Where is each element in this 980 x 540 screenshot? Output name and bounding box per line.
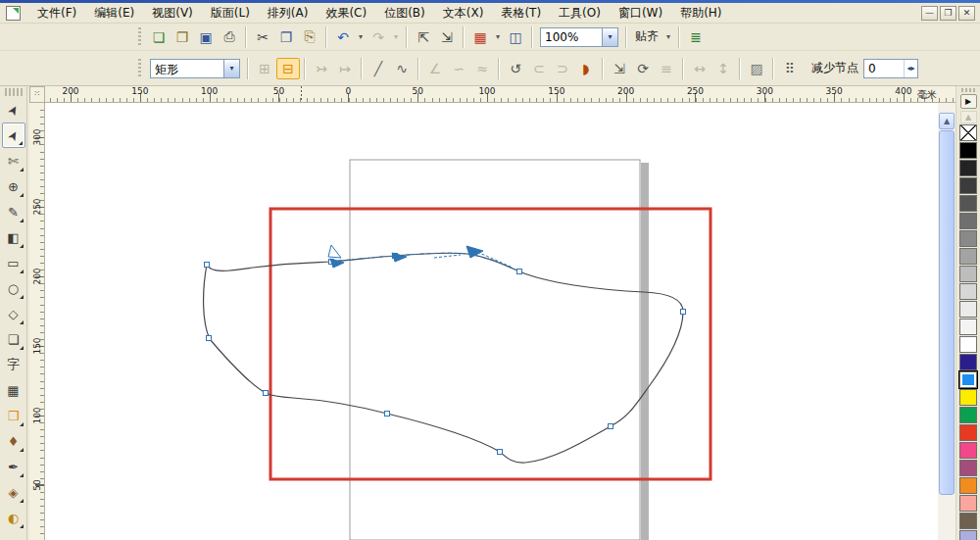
menu-window[interactable]: 窗口(W) — [610, 3, 671, 24]
application-launcher-button[interactable]: ▦ — [468, 26, 492, 48]
tool-crop[interactable]: ✄ — [2, 148, 25, 173]
curve-node-3[interactable] — [517, 270, 522, 274]
palette-swatch-30-black[interactable] — [959, 266, 977, 282]
application-launcher-dropdown[interactable]: ▾ — [492, 26, 504, 48]
ruler-origin-button[interactable] — [29, 86, 45, 103]
reduce-nodes-spinner[interactable]: 0◂▸ — [863, 59, 918, 78]
menu-text[interactable]: 文本(X) — [434, 3, 493, 24]
tool-fill[interactable]: ◈ — [2, 479, 25, 505]
cut-button[interactable]: ✂ — [251, 26, 274, 48]
options-button[interactable]: ≣ — [684, 26, 708, 48]
shape-preset-combo-dropdown[interactable]: ▾ — [223, 60, 239, 77]
close-button[interactable]: ✕ — [958, 6, 975, 21]
convert-to-line-button[interactable]: ╱ — [367, 58, 390, 79]
palette-swatch-red[interactable] — [959, 424, 977, 441]
palette-scroll-up-button[interactable]: ▲ — [960, 111, 977, 123]
toolbox-grip[interactable] — [5, 88, 23, 96]
export-button[interactable]: ⇲ — [435, 26, 459, 48]
toolbar-grip[interactable] — [137, 27, 143, 47]
curve-node-8[interactable] — [264, 391, 269, 396]
menu-table[interactable]: 表格(T) — [492, 3, 550, 24]
tool-eyedropper[interactable]: ♦ — [2, 428, 25, 454]
palette-swatch-pink[interactable] — [959, 495, 977, 512]
drawing-canvas[interactable] — [45, 103, 938, 540]
palette-swatch-black[interactable] — [959, 142, 977, 159]
print-button[interactable]: ⎙ — [218, 26, 241, 48]
palette-swatch-90-black[interactable] — [959, 160, 977, 176]
menu-bitmaps[interactable]: 位图(B) — [375, 3, 434, 24]
scroll-up-button[interactable]: ▲ — [939, 113, 955, 129]
palette-swatch-no-color[interactable] — [959, 124, 977, 141]
menu-file[interactable]: 文件(F) — [28, 3, 85, 24]
undo-button[interactable]: ↶ — [331, 26, 355, 48]
curve-node-9[interactable] — [207, 336, 212, 341]
vertical-ruler[interactable]: 30025020015010050 — [29, 103, 45, 540]
tool-text[interactable]: 字 — [2, 352, 25, 377]
palette-swatch-magenta[interactable] — [959, 442, 977, 459]
palette-swatch-yellow[interactable] — [959, 389, 977, 406]
menu-effects[interactable]: 效果(C) — [317, 3, 375, 24]
close-curve-button[interactable]: ◗ — [574, 58, 598, 79]
palette-swatch-40-black[interactable] — [959, 248, 977, 265]
restore-button[interactable]: ❐ — [940, 6, 956, 21]
tool-pick[interactable]: ➤ — [2, 97, 25, 123]
zoom-level-combo-dropdown[interactable]: ▾ — [602, 28, 617, 46]
scrollbar-thumb[interactable] — [939, 130, 955, 495]
curve-node-5[interactable] — [609, 424, 613, 429]
palette-swatch-5-black[interactable] — [959, 319, 977, 335]
copy-button[interactable]: ❐ — [274, 26, 298, 48]
minimize-button[interactable]: — — [921, 6, 938, 21]
menu-arrange[interactable]: 排列(A) — [259, 3, 318, 24]
menu-view[interactable]: 视图(V) — [143, 3, 202, 24]
convert-to-curve-button[interactable]: ∿ — [390, 58, 414, 79]
open-button[interactable]: ❐ — [171, 26, 194, 48]
tool-polygon[interactable]: ◇ — [2, 301, 25, 326]
tool-basic-shapes[interactable]: ❏ — [2, 326, 25, 352]
snap-to-dropdown[interactable]: ▾ — [662, 26, 674, 48]
tool-interactive-blend[interactable]: ❒ — [2, 403, 25, 428]
tool-freehand[interactable]: ✎ — [2, 199, 25, 224]
palette-swatch-20-black[interactable] — [959, 283, 977, 300]
palette-swatch-50-black[interactable] — [959, 230, 977, 247]
palette-grip[interactable] — [961, 88, 975, 92]
palette-swatch-blue-violet[interactable] — [959, 354, 977, 370]
undo-dropdown[interactable]: ▾ — [355, 26, 367, 48]
palette-swatch-70-black[interactable] — [959, 195, 977, 212]
select-all-nodes-button[interactable]: ⠿ — [778, 58, 802, 79]
welcome-screen-button[interactable]: ◫ — [504, 26, 527, 48]
palette-flyout-button[interactable]: ▶ — [960, 94, 977, 109]
palette-swatch-white[interactable] — [959, 336, 977, 353]
property-bar-grip[interactable] — [137, 59, 143, 78]
vertical-scrollbar[interactable]: ▲ — [938, 103, 956, 540]
tool-interactive-fill[interactable]: ◐ — [2, 505, 25, 530]
snap-to-button[interactable]: 贴齐 — [631, 28, 662, 45]
tool-zoom[interactable]: ⊕ — [2, 173, 25, 199]
palette-swatch-80-black[interactable] — [959, 177, 977, 194]
tool-shape[interactable]: ➤ — [2, 123, 25, 148]
menu-layout[interactable]: 版面(L) — [202, 3, 259, 24]
reduce-nodes-spinner-buttons[interactable]: ◂▸ — [904, 60, 917, 77]
menu-tools[interactable]: 工具(O) — [550, 3, 610, 24]
palette-swatch-walnut[interactable] — [959, 513, 977, 529]
tool-table[interactable]: ▦ — [2, 377, 25, 403]
menu-help[interactable]: 帮助(H) — [671, 3, 730, 24]
palette-swatch-green[interactable] — [959, 407, 977, 423]
tool-smart-fill[interactable]: ◧ — [2, 224, 25, 250]
import-button[interactable]: ⇱ — [412, 26, 435, 48]
horizontal-ruler[interactable]: 毫米 20015010050050100150200250300350400 — [45, 86, 958, 103]
tool-rectangle[interactable]: ▭ — [2, 250, 25, 275]
tool-ellipse[interactable]: ○ — [2, 275, 25, 301]
new-document-button[interactable]: ❏ — [147, 26, 171, 48]
palette-swatch-orange[interactable] — [959, 477, 977, 494]
delete-node-button[interactable]: ⊟ — [276, 58, 300, 79]
palette-swatch-60-black[interactable] — [959, 213, 977, 229]
paste-button[interactable]: ⎘ — [298, 26, 321, 48]
curve-node-6[interactable] — [498, 450, 503, 455]
reverse-direction-button[interactable]: ↺ — [504, 58, 527, 79]
curve-node-0[interactable] — [205, 263, 210, 268]
tool-outline-pen[interactable]: ✒ — [2, 454, 25, 479]
palette-swatch-10-black[interactable] — [959, 301, 977, 318]
shape-preset-combo[interactable]: 矩形▾ — [150, 59, 240, 78]
menu-edit[interactable]: 编辑(E) — [85, 3, 143, 24]
stretch-nodes-button[interactable]: ⇲ — [608, 58, 631, 79]
